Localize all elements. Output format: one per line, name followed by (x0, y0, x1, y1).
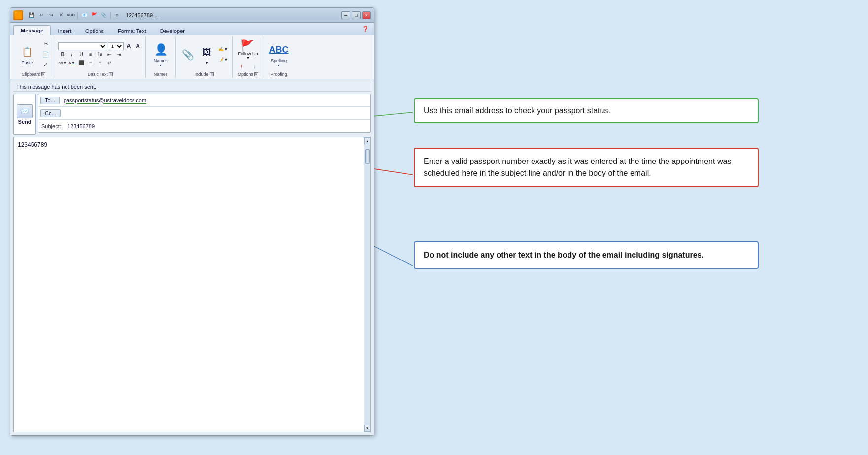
attach-quick-icon[interactable]: 📎 (100, 11, 108, 20)
attach-item-icon: 🖼 (199, 45, 215, 61)
formatting-controls: 11 A A B I U ≡ 1≡ ⇤ ⇥ a (58, 42, 142, 67)
bold-button[interactable]: B (58, 51, 67, 59)
clipboard-group: 📋 Paste ✂ 📄 🖌 Clipboard ⎘ (12, 36, 55, 78)
not-sent-bar: This message has not been sent. (13, 82, 371, 92)
help-icon[interactable]: ❓ (362, 26, 369, 32)
decrease-indent-button[interactable]: ⇤ (105, 51, 114, 59)
send-button[interactable]: 📨 Send (17, 104, 33, 125)
flag-quick-icon[interactable]: 🚩 (90, 11, 99, 20)
paste-button[interactable]: 📋 Paste (15, 43, 39, 66)
annotation-green-text: Use this email address to check your pas… (424, 106, 610, 115)
restore-button[interactable]: □ (352, 11, 361, 19)
to-button[interactable]: To... (40, 97, 60, 104)
signature-button[interactable]: ✍▼ (217, 44, 229, 54)
include-content: 📎 🖼 ▼ ✍▼ 📝▼ (179, 37, 229, 71)
cc-field-row: Cc... (38, 107, 370, 120)
insert-extra-button[interactable]: 📝▼ (217, 55, 229, 65)
size-select[interactable]: 11 (108, 42, 124, 50)
options-label: Options ⎘ (238, 72, 258, 77)
italic-button[interactable]: I (67, 51, 76, 59)
qt-separator2 (110, 12, 111, 19)
minimize-button[interactable]: ─ (341, 11, 350, 19)
message-content[interactable]: 123456789 (14, 137, 364, 432)
fields-section: 📨 Send To... passportstatus@ustraveldocs… (13, 94, 371, 135)
attach-file-icon: 📎 (180, 47, 196, 63)
annotation-red-text: Enter a valid passport number exactly as… (424, 157, 731, 177)
compose-fields: To... passportstatus@ustraveldocs.com Cc… (38, 94, 371, 133)
scrollbar: ▲ ▼ (364, 137, 370, 432)
to-field-row: To... passportstatus@ustraveldocs.com (38, 94, 370, 107)
annotation-blue-text: Do not include any other text in the bod… (424, 251, 704, 259)
tab-message[interactable]: Message (13, 25, 51, 35)
font-shrink-button[interactable]: A (134, 42, 142, 50)
underline-button[interactable]: U (77, 51, 86, 59)
subject-input[interactable] (66, 122, 370, 130)
scroll-thumb[interactable] (365, 149, 370, 164)
font-grow-button[interactable]: A (124, 42, 133, 50)
close-button[interactable]: ✕ (362, 11, 371, 19)
include-group: 📎 🖼 ▼ ✍▼ 📝▼ Include ⎘ (176, 36, 233, 78)
names-button[interactable]: 👤 Names ▼ (149, 41, 172, 68)
tab-developer[interactable]: Developer (153, 26, 192, 35)
tab-format-text[interactable]: Format Text (111, 26, 153, 35)
align-left-button[interactable]: ⬛ (77, 59, 86, 67)
scroll-up[interactable]: ▲ (364, 137, 371, 144)
compose-area: This message has not been sent. 📨 Send T… (10, 79, 374, 435)
low-importance-button[interactable]: ↓ (249, 62, 261, 71)
scroll-down[interactable]: ▼ (364, 425, 371, 432)
insert-quick-icon[interactable]: 📧 (80, 11, 89, 20)
attach-item-button[interactable]: 🖼 ▼ (198, 44, 216, 65)
copy-button[interactable]: 📄 (40, 50, 52, 60)
align-right-button[interactable]: ≡ (96, 59, 104, 67)
title-bar: 🟧 💾 ↩ ↪ ✕ ABC 📧 🚩 📎 » 123456789 ... ─ □ … (10, 8, 374, 23)
title-controls: ─ □ ✕ (341, 11, 371, 19)
increase-indent-button[interactable]: ⇥ (114, 51, 123, 59)
cut-button[interactable]: ✂ (40, 39, 52, 49)
spellcheck-quick-icon[interactable]: ABC (67, 11, 75, 20)
more-quick-icon[interactable]: » (113, 11, 122, 20)
clipboard-expand[interactable]: ⎘ (41, 72, 45, 76)
followup-button[interactable]: 🚩 Follow Up ▼ (236, 37, 260, 60)
options-expand[interactable]: ⎘ (254, 72, 258, 76)
numbering-button[interactable]: 1≡ (96, 51, 104, 59)
font-select[interactable] (58, 42, 107, 50)
proofing-content: ABC Spelling ▼ (267, 37, 291, 71)
qt-separator (77, 12, 78, 19)
proofing-label: Proofing (270, 72, 287, 77)
outlook-icon: 🟧 (13, 10, 23, 20)
align-center-button[interactable]: ≡ (86, 59, 95, 67)
names-icon: 👤 (153, 42, 168, 58)
save-quick-icon[interactable]: 💾 (27, 11, 36, 20)
cc-input[interactable] (63, 109, 370, 117)
format-painter-button[interactable]: 🖌 (40, 60, 52, 70)
redo-quick-icon[interactable]: ↪ (47, 11, 56, 20)
high-importance-button[interactable]: ! (235, 62, 247, 71)
undo-quick-icon[interactable]: ↩ (37, 11, 46, 20)
bullets-button[interactable]: ≡ (86, 51, 95, 59)
to-value: passportstatus@ustraveldocs.com (62, 97, 370, 104)
send-label: Send (18, 119, 32, 125)
style-row: B I U ≡ 1≡ ⇤ ⇥ (58, 51, 142, 59)
rtl-button[interactable]: ↵ (105, 59, 114, 67)
cc-button[interactable]: Cc... (40, 109, 61, 117)
delete-quick-icon[interactable]: ✕ (57, 11, 66, 20)
options-content: 🚩 Follow Up ▼ ! ↓ (235, 37, 261, 71)
font-color-button[interactable]: A▼ (67, 59, 76, 67)
basic-text-label: Basic Text ⎘ (88, 72, 113, 77)
scroll-track (365, 144, 370, 425)
basic-text-expand[interactable]: ⎘ (109, 72, 113, 76)
tab-insert[interactable]: Insert (51, 26, 78, 35)
clipboard-content: 📋 Paste ✂ 📄 🖌 (15, 37, 52, 71)
body-text: 123456789 (18, 141, 47, 148)
spelling-button[interactable]: ABC Spelling ▼ (267, 41, 291, 68)
tab-options[interactable]: Options (78, 26, 111, 35)
ribbon: 📋 Paste ✂ 📄 🖌 Clipboard ⎘ (10, 35, 374, 79)
attach-file-button[interactable]: 📎 (179, 46, 197, 64)
clipboard-label: Clipboard ⎘ (22, 72, 46, 77)
message-body: 123456789 ▲ ▼ (13, 137, 371, 432)
include-expand[interactable]: ⎘ (210, 72, 214, 76)
names-label: Names (154, 72, 168, 77)
annotation-red: Enter a valid passport number exactly as… (414, 148, 759, 187)
text-highlight-button[interactable]: ab▼ (58, 59, 67, 67)
names-group: 👤 Names ▼ Names (146, 36, 176, 78)
